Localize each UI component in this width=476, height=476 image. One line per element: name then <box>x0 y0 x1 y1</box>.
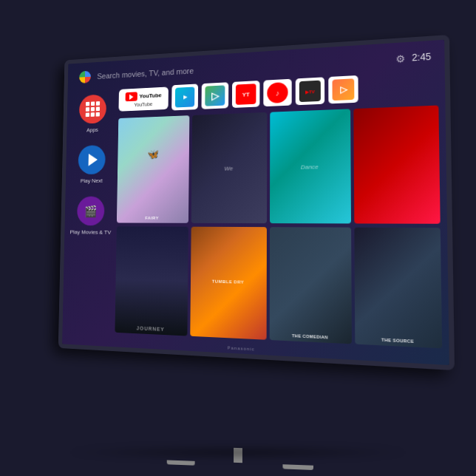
apps-icon <box>79 94 106 123</box>
comedian-title: THE COMEDIAN <box>270 333 352 341</box>
youtube-app[interactable]: YouTube YouTube <box>118 86 168 111</box>
grid-icon <box>86 101 101 117</box>
top-right: ⚙ 2:45 <box>395 51 432 64</box>
movies-icon: 🎬 <box>77 197 105 226</box>
youtube-label: YouTube <box>134 101 152 107</box>
sidebar-item-play-next[interactable]: Play Next <box>78 145 106 184</box>
thumb-source[interactable]: THE SOURCE <box>354 227 442 348</box>
brand-bar: Panasonic <box>228 345 255 351</box>
play-next-icon <box>78 145 105 174</box>
ytmusic-icon: ♪ <box>267 82 288 103</box>
app-google-play-movies[interactable]: ▶ <box>171 84 198 110</box>
tv-unit: Search movies, TV, and more ⚙ 2:45 <box>24 31 452 445</box>
dance-title: Dance <box>301 163 319 170</box>
content-row-1: 🦋 FAIRY We Dance <box>117 105 441 223</box>
main-content: Apps Play Next 🎬 Play Movies & TV <box>62 69 449 356</box>
tumble-title: TUMBLE DRY <box>190 279 266 285</box>
thumb-tumble-dry[interactable]: TUMBLE DRY <box>190 226 267 340</box>
fairy-title: FAIRY <box>117 215 188 220</box>
tv-frame: Search movies, TV, and more ⚙ 2:45 <box>58 35 455 370</box>
app-google-play-store[interactable]: ▷ <box>202 82 229 109</box>
journey-title: JOURNEY <box>115 324 187 333</box>
app-youtube-tv[interactable]: ▶TV <box>296 77 324 105</box>
movie-icon: 🎬 <box>84 204 98 217</box>
app-google-play-games[interactable]: ▷ <box>328 75 358 104</box>
thumb-dance[interactable]: Dance <box>270 109 350 223</box>
gpg-icon: ▷ <box>333 78 355 101</box>
apps-label: Apps <box>86 126 98 133</box>
clock: 2:45 <box>412 51 431 63</box>
play-next-label: Play Next <box>81 177 103 184</box>
movies-label: Play Movies & TV <box>70 229 111 236</box>
thumb-we[interactable]: We <box>191 112 267 223</box>
sidebar-item-play-movies[interactable]: 🎬 Play Movies & TV <box>70 196 112 235</box>
youtube-word: YouTube <box>139 92 161 100</box>
youtube-logo: YouTube <box>126 91 162 102</box>
stand-leg-left <box>167 460 195 465</box>
youtube-red-box <box>126 92 137 101</box>
content-row-2: JOURNEY TUMBLE DRY THE COMEDIAN THE SOUR… <box>115 226 442 349</box>
thumb-red-book[interactable] <box>353 105 441 223</box>
we-title: We <box>224 165 233 171</box>
search-text: Search movies, TV, and more <box>97 67 194 81</box>
sidebar: Apps Play Next 🎬 Play Movies & TV <box>62 86 119 338</box>
play-triangle <box>88 154 98 166</box>
right-content: YouTube YouTube ▶ ▷ YT <box>115 69 449 356</box>
yttv-icon: ▶TV <box>299 81 321 102</box>
content-section: 🦋 FAIRY We Dance <box>115 105 442 348</box>
brand-text: Panasonic <box>228 345 255 351</box>
tv-screen: Search movies, TV, and more ⚙ 2:45 <box>62 40 449 365</box>
gpm-icon: ▶ <box>175 86 195 107</box>
gps-icon: ▷ <box>205 85 225 106</box>
ytk-icon: YT <box>236 84 256 105</box>
source-title: THE SOURCE <box>355 336 442 345</box>
app-youtube-kids[interactable]: YT <box>232 81 260 108</box>
youtube-play-icon <box>129 94 133 100</box>
butterfly-icon: 🦋 <box>147 149 159 160</box>
thumb-comedian[interactable]: THE COMEDIAN <box>270 227 352 344</box>
thumb-fairy[interactable]: 🦋 FAIRY <box>117 115 189 222</box>
tv-shadow <box>67 445 409 460</box>
thumb-journey[interactable]: JOURNEY <box>115 226 188 336</box>
search-area[interactable]: Search movies, TV, and more <box>78 63 194 85</box>
settings-icon[interactable]: ⚙ <box>395 52 405 64</box>
google-assistant-icon <box>78 69 92 85</box>
app-youtube-music[interactable]: ♪ <box>263 79 291 107</box>
stand-leg-right <box>282 464 313 470</box>
sidebar-item-apps[interactable]: Apps <box>79 94 107 133</box>
